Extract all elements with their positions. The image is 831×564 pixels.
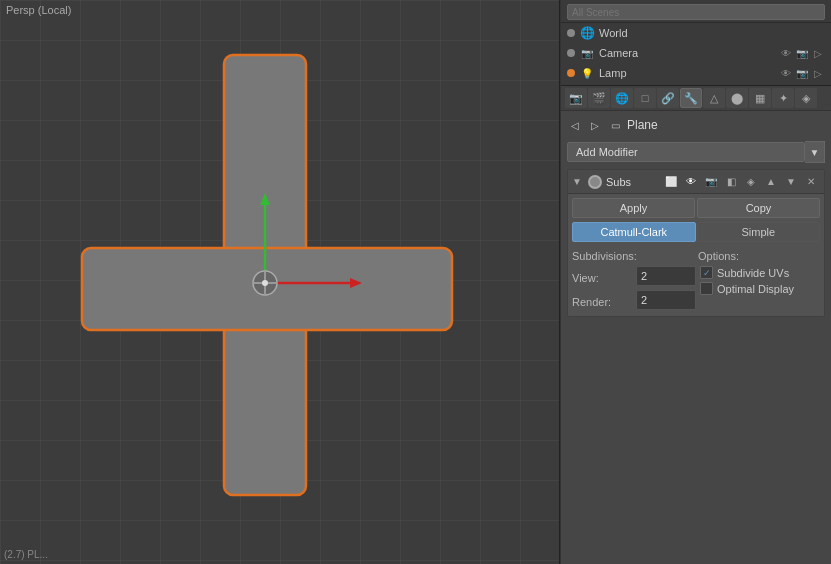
prop-icon-data[interactable]: △ [703,88,725,108]
render-value-input[interactable]: 2 [636,290,696,310]
lamp-render-icon[interactable]: 📷 [795,66,809,80]
apply-copy-row: Apply Copy [568,194,824,222]
options-column: Subdivide UVs Optimal Display [700,266,820,310]
prop-icon-material[interactable]: ⬤ [726,88,748,108]
subdivide-uvs-row: Subdivide UVs [700,266,820,279]
viewport[interactable]: Persp (Local) (2.7) PL... [0,0,560,564]
visibility-dot-lamp [567,69,575,77]
lamp-label: Lamp [599,67,627,79]
plane-mesh-icon: ▭ [607,117,623,133]
lamp-icon: 💡 [579,65,595,81]
view-value: 2 [641,270,691,282]
modifier-card: ▼ Subs ⬜ 👁 📷 ◧ ◈ ▲ ▼ ✕ [567,169,825,317]
camera-extra-icon[interactable]: ▷ [811,46,825,60]
world-label: World [599,27,628,39]
add-modifier-button[interactable]: Add Modifier [567,142,805,162]
add-modifier-dropdown[interactable]: ▼ [805,141,825,163]
breadcrumb-row: ◁ ▷ ▭ Plane [567,115,825,135]
apply-button[interactable]: Apply [572,198,695,218]
outliner-item-world[interactable]: 🌐 World [561,23,831,43]
subdivide-uvs-label: Subdivide UVs [717,267,789,279]
lamp-extra-icon[interactable]: ▷ [811,66,825,80]
simple-tab[interactable]: Simple [697,222,821,242]
copy-button[interactable]: Copy [697,198,820,218]
subdivide-uvs-checkbox[interactable] [700,266,713,279]
mod-icon-down[interactable]: ▼ [782,173,800,191]
subdivisions-label: Subdivisions: [572,248,694,262]
lamp-eye-icons: 👁 📷 ▷ [779,66,825,80]
prop-icon-world[interactable]: 🌐 [611,88,633,108]
prop-icon-render[interactable]: 📷 [565,88,587,108]
render-label: Render: [572,293,632,308]
section-labels-row: Subdivisions: Options: [572,248,820,262]
mod-icon-close[interactable]: ✕ [802,173,820,191]
viewport-bottom-info: (2.7) PL... [4,549,48,560]
mod-icon-render-eye[interactable]: 👁 [682,173,700,191]
modifier-header: ▼ Subs ⬜ 👁 📷 ◧ ◈ ▲ ▼ ✕ [568,170,824,194]
visibility-dot-camera [567,49,575,57]
prop-icon-modifiers[interactable]: 🔧 [680,88,702,108]
prop-icon-object[interactable]: □ [634,88,656,108]
object-name: Plane [627,118,658,132]
prop-icon-texture[interactable]: ▦ [749,88,771,108]
prop-icon-particles[interactable]: ✦ [772,88,794,108]
nav-forward-icon[interactable]: ▷ [587,117,603,133]
camera-eye-icons: 👁 📷 ▷ [779,46,825,60]
optimal-display-row: Optimal Display [700,282,820,295]
prop-icon-physics[interactable]: ◈ [795,88,817,108]
mod-icon-realtime[interactable]: ⬜ [662,173,680,191]
lamp-eye-icon[interactable]: 👁 [779,66,793,80]
render-value: 2 [641,294,691,306]
camera-render-icon[interactable]: 📷 [795,46,809,60]
mod-icon-edit[interactable]: ◈ [742,173,760,191]
right-panel: 🌐 World 📷 Camera 👁 📷 ▷ 💡 Lamp 👁 📷 ▷ [560,0,831,564]
subdivide-tabs: Catmull-Clark Simple [572,222,820,242]
mesh-object [0,0,560,564]
optimal-display-checkbox[interactable] [700,282,713,295]
modifier-status-icon [588,175,602,189]
scene-outliner: 🌐 World 📷 Camera 👁 📷 ▷ 💡 Lamp 👁 📷 ▷ [561,0,831,86]
prop-icon-constraints[interactable]: 🔗 [657,88,679,108]
camera-eye-icon[interactable]: 👁 [779,46,793,60]
outliner-item-camera[interactable]: 📷 Camera 👁 📷 ▷ [561,43,831,63]
fields-column: View: 2 Render: 2 [572,266,696,310]
properties-panel: 📷 🎬 🌐 □ 🔗 🔧 △ ⬤ ▦ ✦ ◈ ◁ ▷ ▭ Plane Add Mo… [561,86,831,564]
outliner-header [561,2,831,23]
properties-icons-row: 📷 🎬 🌐 □ 🔗 🔧 △ ⬤ ▦ ✦ ◈ [561,86,831,111]
props-content: ◁ ▷ ▭ Plane Add Modifier ▼ ▼ Subs ⬜ [561,111,831,564]
nav-back-icon[interactable]: ◁ [567,117,583,133]
add-modifier-row: Add Modifier ▼ [567,141,825,163]
modifier-name: Subs [606,176,658,188]
optimal-display-label: Optimal Display [717,283,794,295]
view-render-options-row: View: 2 Render: 2 [572,266,820,310]
prop-icon-scene[interactable]: 🎬 [588,88,610,108]
view-label: View: [572,269,632,284]
camera-icon: 📷 [579,45,595,61]
outliner-item-lamp[interactable]: 💡 Lamp 👁 📷 ▷ [561,63,831,83]
modifier-collapse-icon[interactable]: ▼ [572,176,584,187]
modifier-header-icons: ⬜ 👁 📷 ◧ ◈ ▲ ▼ ✕ [662,173,820,191]
mod-icon-up[interactable]: ▲ [762,173,780,191]
mod-icon-cage[interactable]: ◧ [722,173,740,191]
catmull-clark-tab[interactable]: Catmull-Clark [572,222,696,242]
svg-point-9 [262,280,268,286]
view-value-input[interactable]: 2 [636,266,696,286]
options-label: Options: [698,248,820,262]
world-icon: 🌐 [579,25,595,41]
visibility-dot-world [567,29,575,37]
search-input[interactable] [567,4,825,20]
camera-label: Camera [599,47,638,59]
mod-icon-render[interactable]: 📷 [702,173,720,191]
subdivisions-section: Subdivisions: Options: View: 2 [568,246,824,316]
